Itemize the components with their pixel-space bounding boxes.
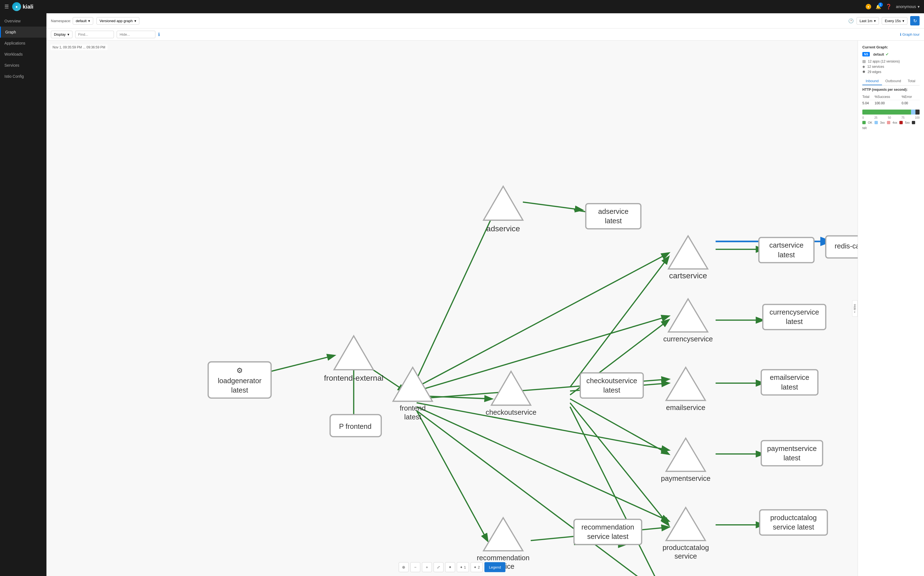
node-frontend-external[interactable]: frontend-external bbox=[324, 336, 383, 382]
node-currencyservice-latest[interactable]: currencyservice latest bbox=[763, 304, 826, 330]
info-icon[interactable]: ℹ bbox=[158, 32, 160, 37]
node-loadgenerator[interactable]: ⚙ loadgenerator latest bbox=[208, 362, 271, 398]
svg-marker-66 bbox=[666, 367, 705, 401]
node-productcatalogservice[interactable]: productcatalog service bbox=[662, 507, 709, 560]
graph-type-dropdown[interactable]: Versioned app graph ▾ bbox=[96, 17, 139, 25]
sidebar-item-overview[interactable]: Overview bbox=[0, 16, 46, 27]
svg-text:redis-cart: redis-cart bbox=[835, 242, 858, 250]
svg-line-4 bbox=[417, 210, 495, 379]
notif-count: 1 bbox=[878, 3, 883, 7]
graph-tour-label: Graph tour bbox=[902, 32, 919, 37]
node-cartservice[interactable]: cartservice bbox=[669, 236, 708, 280]
namespace-label: Namespace: bbox=[51, 19, 71, 23]
col-total: Total bbox=[862, 94, 875, 100]
stat-services: ◈ 12 services bbox=[862, 64, 919, 69]
sidebar-item-workloads[interactable]: Workloads bbox=[0, 49, 46, 60]
namespace-group: Namespace: default ▾ bbox=[51, 17, 93, 25]
node-productcatalogservice-latest[interactable]: productcatalog service latest bbox=[760, 510, 828, 535]
tab-outbound[interactable]: Outbound bbox=[882, 77, 904, 85]
graph-tour-link[interactable]: ℹ Graph tour bbox=[900, 32, 919, 37]
node-paymentservice[interactable]: paymentservice bbox=[661, 438, 710, 482]
legend-3xx-dot bbox=[875, 121, 878, 124]
svg-marker-41 bbox=[484, 186, 523, 220]
logo-icon: ● bbox=[12, 2, 21, 11]
hamburger-icon[interactable]: ☰ bbox=[5, 3, 9, 10]
notification-bell[interactable]: 🔔 1 bbox=[876, 4, 881, 10]
hide-label: Hide » bbox=[853, 304, 857, 313]
chart-axis: 0 25 50 75 100 bbox=[862, 116, 919, 119]
graph-main[interactable]: Nov 1, 09:35:59 PM ... 09:36:59 PM bbox=[46, 41, 858, 576]
node-paymentservice-latest[interactable]: paymentservice latest bbox=[761, 441, 822, 466]
sidebar-item-services[interactable]: Services bbox=[0, 60, 46, 71]
legend-nr-label: NR bbox=[862, 126, 867, 130]
topnav-icons: ● 🔔 1 ❓ anonymous ▾ bbox=[866, 3, 919, 10]
legend-row: OK 3xx 4xx 5xx NR bbox=[862, 121, 919, 130]
sidebar-item-istioconfig[interactable]: Istio Config bbox=[0, 71, 46, 82]
namespace-dropdown[interactable]: default ▾ bbox=[73, 17, 93, 25]
overview-label: Overview bbox=[5, 19, 21, 23]
node-cartservice-latest[interactable]: cartservice latest bbox=[759, 237, 814, 262]
stat-edges: ✺ 29 edges bbox=[862, 70, 919, 74]
svg-text:latest: latest bbox=[784, 454, 800, 462]
hide-panel-toggle[interactable]: Hide » bbox=[852, 300, 858, 317]
display-dropdown[interactable]: Display ▾ bbox=[51, 31, 72, 38]
node-recommendationservice-latest[interactable]: recommendation service latest bbox=[574, 519, 642, 544]
axis-100: 100 bbox=[915, 116, 919, 119]
legend-3xx-label: 3xx bbox=[880, 121, 885, 124]
svg-text:latest: latest bbox=[786, 318, 803, 325]
time-range-dropdown[interactable]: Last 1m ▾ bbox=[857, 17, 879, 25]
legend-button[interactable]: Legend bbox=[485, 562, 506, 572]
svg-marker-71 bbox=[666, 438, 705, 471]
sidebar-item-graph[interactable]: Graph bbox=[0, 27, 46, 38]
panel-title: Current Graph: bbox=[862, 45, 919, 49]
fit-btn[interactable]: ⤢ bbox=[434, 562, 444, 572]
svg-text:latest: latest bbox=[231, 386, 248, 394]
target-btn[interactable]: ⊕ bbox=[399, 562, 409, 572]
node-checkoutservice-latest[interactable]: checkoutservice latest bbox=[580, 373, 643, 398]
legend-4xx-dot bbox=[887, 121, 890, 124]
zoom-out-btn[interactable]: − bbox=[410, 562, 420, 572]
hide-input[interactable] bbox=[116, 31, 155, 38]
istioconfig-label: Istio Config bbox=[5, 74, 24, 78]
svg-text:cartservice: cartservice bbox=[669, 271, 707, 280]
chart-bar-container: 0 25 50 75 100 OK 3xx 4xx 5xx bbox=[862, 110, 919, 130]
tab-inbound[interactable]: Inbound bbox=[862, 77, 882, 85]
count1-btn[interactable]: ✦ 1 bbox=[457, 562, 469, 572]
chart-bar bbox=[862, 110, 919, 115]
mesh-status-icon[interactable]: ● bbox=[866, 4, 871, 10]
count2-icon: ✦ bbox=[474, 565, 477, 570]
svg-text:checkoutservice: checkoutservice bbox=[486, 408, 537, 416]
find-input[interactable] bbox=[75, 31, 114, 38]
node-emailservice-latest[interactable]: emailservice latest bbox=[761, 370, 818, 395]
display-label: Display bbox=[54, 32, 66, 37]
refresh-interval-dropdown[interactable]: Every 15s ▾ bbox=[882, 17, 907, 25]
svg-text:productcatalog: productcatalog bbox=[662, 544, 709, 551]
bar-3xx bbox=[911, 110, 916, 115]
graph-canvas[interactable]: ⚙ loadgenerator latest frontend-external… bbox=[46, 41, 858, 576]
node-adservice[interactable]: adservice bbox=[484, 186, 523, 233]
tab-total[interactable]: Total bbox=[904, 77, 918, 85]
layout-btn[interactable]: ✦ bbox=[445, 562, 455, 572]
svg-text:latest: latest bbox=[404, 413, 421, 421]
node-frontend-latest[interactable]: frontend latest bbox=[393, 367, 432, 421]
node-currencyservice[interactable]: currencyservice bbox=[663, 299, 713, 343]
node-frontend-badge[interactable]: P frontend bbox=[330, 415, 381, 437]
node-adservice-latest[interactable]: adservice latest bbox=[586, 204, 641, 229]
refresh-button[interactable]: ↻ bbox=[910, 16, 919, 26]
refresh-interval-value: Every 15s bbox=[885, 19, 901, 23]
legend-5xx-dot bbox=[899, 121, 903, 124]
help-icon[interactable]: ❓ bbox=[886, 3, 892, 10]
legend-4xx-label: 4xx bbox=[892, 121, 897, 124]
node-redis-cart[interactable]: redis-cart bbox=[826, 236, 858, 258]
svg-text:currencyservice: currencyservice bbox=[769, 308, 819, 316]
svg-text:cartservice: cartservice bbox=[769, 241, 803, 249]
svg-text:currencyservice: currencyservice bbox=[663, 335, 713, 343]
count2-btn[interactable]: ✦ 2 bbox=[471, 562, 483, 572]
sidebar-item-applications[interactable]: Applications bbox=[0, 38, 46, 49]
user-menu[interactable]: anonymous ▾ bbox=[896, 5, 919, 9]
zoom-in-btn[interactable]: + bbox=[422, 562, 432, 572]
svg-text:service latest: service latest bbox=[587, 533, 629, 540]
app-name: kiali bbox=[23, 3, 34, 10]
node-emailservice[interactable]: emailservice bbox=[666, 367, 705, 411]
node-checkoutservice[interactable]: checkoutservice bbox=[486, 371, 537, 416]
